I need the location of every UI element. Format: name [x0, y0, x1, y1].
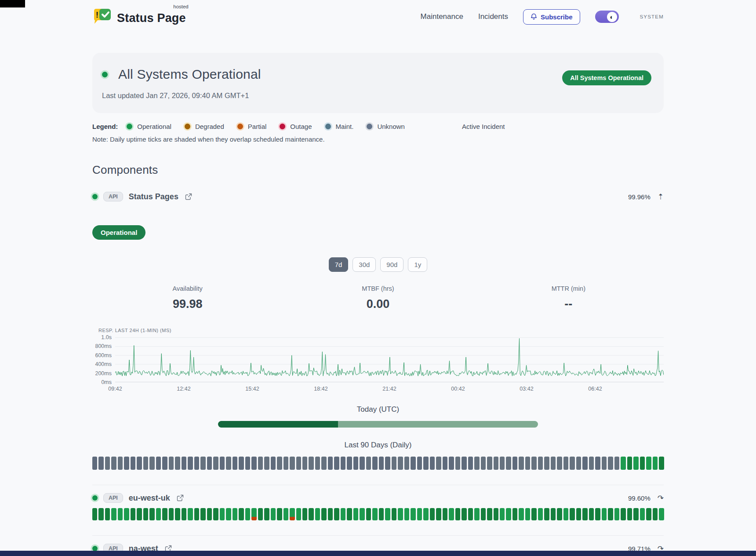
uptime-day-tick[interactable] — [271, 457, 276, 470]
uptime-day-tick[interactable] — [519, 457, 523, 470]
uptime-day-tick[interactable] — [474, 457, 479, 470]
uptime-day-tick[interactable] — [481, 508, 486, 520]
uptime-day-tick[interactable] — [111, 508, 116, 520]
uptime-day-tick[interactable] — [251, 457, 256, 470]
uptime-day-tick[interactable] — [462, 508, 466, 520]
uptime-day-tick[interactable] — [98, 457, 103, 470]
uptime-day-tick[interactable] — [315, 457, 320, 470]
uptime-day-tick[interactable] — [284, 508, 288, 520]
uptime-day-tick[interactable] — [182, 508, 186, 520]
nav-maintenance[interactable]: Maintenance — [421, 12, 463, 21]
uptime-day-tick[interactable] — [347, 508, 352, 520]
uptime-day-tick[interactable] — [436, 508, 441, 520]
uptime-day-tick[interactable] — [92, 508, 97, 520]
uptime-day-tick[interactable] — [360, 457, 364, 470]
uptime-day-tick[interactable] — [162, 457, 167, 470]
uptime-day-tick[interactable] — [353, 457, 358, 470]
uptime-day-tick[interactable] — [328, 457, 333, 470]
uptime-day-tick[interactable] — [182, 457, 186, 470]
uptime-day-tick[interactable] — [175, 508, 180, 520]
uptime-day-tick[interactable] — [576, 508, 581, 520]
uptime-day-tick[interactable] — [538, 457, 543, 470]
uptime-day-tick[interactable] — [506, 457, 511, 470]
uptime-day-tick[interactable] — [200, 508, 205, 520]
uptime-day-tick[interactable] — [582, 457, 587, 470]
uptime-day-tick[interactable] — [137, 457, 142, 470]
uptime-day-tick[interactable] — [494, 508, 498, 520]
uptime-day-tick[interactable] — [321, 457, 326, 470]
uptime-day-tick[interactable] — [659, 457, 664, 470]
uptime-day-tick[interactable] — [646, 457, 651, 470]
uptime-day-tick[interactable] — [118, 508, 123, 520]
uptime-day-tick[interactable] — [430, 508, 435, 520]
uptime-day-tick[interactable] — [544, 457, 549, 470]
uptime-day-tick[interactable] — [226, 508, 231, 520]
uptime-day-tick[interactable] — [423, 508, 428, 520]
uptime-day-tick[interactable] — [188, 508, 193, 520]
expand-arrow-icon[interactable]: ↷ — [658, 494, 664, 502]
uptime-day-tick[interactable] — [646, 508, 651, 520]
uptime-day-tick[interactable] — [531, 457, 536, 470]
uptime-day-tick[interactable] — [449, 457, 454, 470]
uptime-day-tick[interactable] — [105, 457, 110, 470]
range-7d[interactable]: 7d — [329, 257, 349, 272]
uptime-day-tick[interactable] — [481, 457, 486, 470]
uptime-day-tick[interactable] — [341, 457, 345, 470]
uptime-day-tick[interactable] — [379, 457, 384, 470]
uptime-day-tick[interactable] — [519, 508, 523, 520]
uptime-day-tick[interactable] — [512, 508, 517, 520]
uptime-day-tick[interactable] — [245, 508, 250, 520]
uptime-day-tick[interactable] — [430, 457, 435, 470]
uptime-day-tick[interactable] — [423, 457, 428, 470]
uptime-day-tick[interactable] — [392, 457, 396, 470]
uptime-day-tick[interactable] — [207, 508, 212, 520]
uptime-day-tick[interactable] — [582, 508, 587, 520]
uptime-day-tick[interactable] — [334, 457, 339, 470]
uptime-day-tick[interactable] — [392, 508, 396, 520]
uptime-day-tick[interactable] — [169, 508, 174, 520]
uptime-day-tick[interactable] — [309, 508, 313, 520]
uptime-day-tick[interactable] — [640, 457, 645, 470]
uptime-day-tick[interactable] — [411, 457, 415, 470]
uptime-day-tick[interactable] — [226, 457, 231, 470]
brand-logo[interactable]: ! Status Page hosted — [92, 7, 186, 26]
uptime-day-tick[interactable] — [551, 508, 556, 520]
uptime-day-tick[interactable] — [468, 508, 473, 520]
uptime-day-tick[interactable] — [372, 508, 377, 520]
uptime-day-tick[interactable] — [557, 457, 562, 470]
uptime-day-tick[interactable] — [334, 508, 339, 520]
uptime-day-tick[interactable] — [659, 508, 664, 520]
uptime-day-tick[interactable] — [589, 508, 594, 520]
uptime-day-tick[interactable] — [98, 508, 103, 520]
uptime-day-tick[interactable] — [137, 508, 142, 520]
uptime-day-tick[interactable] — [149, 508, 154, 520]
uptime-day-tick[interactable] — [302, 457, 307, 470]
uptime-day-tick[interactable] — [302, 508, 307, 520]
uptime-day-tick[interactable] — [233, 457, 237, 470]
uptime-day-tick[interactable] — [653, 457, 658, 470]
uptime-day-tick[interactable] — [417, 508, 422, 520]
uptime-day-tick[interactable] — [264, 508, 269, 520]
uptime-day-tick[interactable] — [398, 457, 403, 470]
uptime-day-tick[interactable] — [92, 457, 97, 470]
uptime-day-tick[interactable] — [360, 508, 364, 520]
uptime-day-tick[interactable] — [353, 508, 358, 520]
uptime-day-tick[interactable] — [494, 457, 498, 470]
range-90d[interactable]: 90d — [380, 257, 403, 272]
uptime-day-tick[interactable] — [220, 508, 225, 520]
uptime-day-tick[interactable] — [207, 457, 212, 470]
uptime-day-tick[interactable] — [614, 457, 619, 470]
uptime-day-tick[interactable] — [194, 508, 199, 520]
nav-incidents[interactable]: Incidents — [478, 12, 508, 21]
uptime-day-tick[interactable] — [525, 508, 530, 520]
uptime-day-tick[interactable] — [220, 457, 225, 470]
uptime-day-tick[interactable] — [200, 457, 205, 470]
uptime-day-tick[interactable] — [602, 457, 607, 470]
uptime-day-tick[interactable] — [296, 457, 301, 470]
uptime-day-tick[interactable] — [563, 508, 568, 520]
uptime-day-tick[interactable] — [149, 457, 154, 470]
uptime-day-tick[interactable] — [404, 457, 409, 470]
component-name-link[interactable]: Status Pages — [129, 192, 178, 201]
uptime-day-tick[interactable] — [551, 457, 556, 470]
uptime-day-tick[interactable] — [258, 457, 263, 470]
